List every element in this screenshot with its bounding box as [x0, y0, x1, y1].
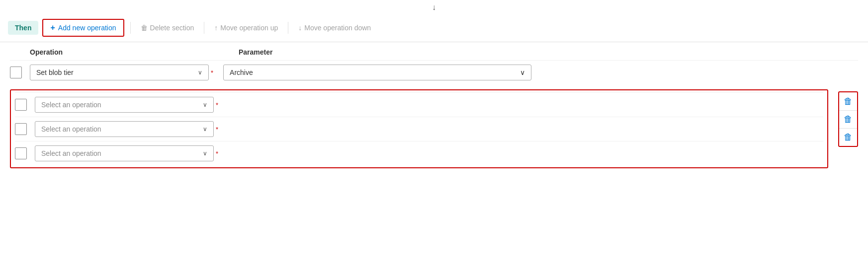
toolbar: Then + Add new operation 🗑 Delete sectio… [0, 14, 868, 42]
first-row-required-star: * [211, 69, 213, 76]
select-row-2: Select an operation ∨ * [15, 117, 823, 141]
delete-row-2-icon: 🗑 [844, 114, 853, 125]
delete-row-3-icon: 🗑 [844, 132, 853, 142]
separator-3 [288, 22, 288, 34]
column-headers: Operation Parameter [30, 48, 858, 60]
select-row-1: Select an operation ∨ * [15, 92, 823, 117]
parameter-column-header: Parameter [239, 48, 273, 56]
move-down-label: Move operation down [304, 24, 371, 32]
select-row-1-required-star: * [216, 101, 218, 109]
select-row-3-dropdown[interactable]: Select an operation ∨ [35, 145, 214, 161]
select-row-3-required-star: * [216, 150, 218, 157]
delete-section-button[interactable]: 🗑 Delete section [137, 22, 198, 34]
add-new-label: Add new operation [58, 24, 116, 32]
delete-buttons-group: 🗑 🗑 🗑 [838, 91, 858, 147]
plus-icon: + [50, 23, 55, 32]
select-row-3-checkbox[interactable] [15, 147, 27, 159]
then-badge: Then [8, 21, 38, 35]
select-operations-border: Select an operation ∨ * Select an operat… [10, 89, 828, 168]
first-row-parameter-value: Archive [230, 69, 253, 76]
first-operation-row: Set blob tier ∨ * Archive ∨ [10, 60, 858, 84]
move-down-button[interactable]: ↓ Move operation down [294, 22, 375, 34]
main-content: Operation Parameter Set blob tier ∨ * Ar… [0, 42, 868, 174]
move-up-label: Move operation up [220, 24, 278, 32]
select-row-1-placeholder: Select an operation [41, 101, 101, 109]
delete-row-2-button[interactable]: 🗑 [839, 110, 857, 128]
move-up-icon: ↑ [214, 24, 218, 32]
first-row-operation-dropdown[interactable]: Set blob tier ∨ [30, 65, 209, 80]
select-row-2-checkbox[interactable] [15, 123, 27, 135]
select-row-1-checkbox[interactable] [15, 99, 27, 111]
select-row-2-dropdown[interactable]: Select an operation ∨ [35, 121, 214, 137]
delete-section-label: Delete section [150, 24, 194, 32]
delete-row-3-button[interactable]: 🗑 [839, 128, 857, 146]
select-row-1-chevron-icon: ∨ [203, 101, 207, 108]
select-row-1-dropdown[interactable]: Select an operation ∨ [35, 97, 214, 113]
first-row-param-chevron-icon: ∨ [520, 69, 525, 76]
delete-row-1-icon: 🗑 [844, 96, 853, 107]
move-up-button[interactable]: ↑ Move operation up [210, 22, 282, 34]
operation-column-header: Operation [30, 48, 229, 56]
select-row-3: Select an operation ∨ * [15, 141, 823, 165]
select-operations-section: Select an operation ∨ * Select an operat… [10, 87, 858, 168]
add-new-operation-button[interactable]: + Add new operation [42, 19, 124, 37]
delete-section-icon: 🗑 [141, 24, 148, 32]
select-row-3-placeholder: Select an operation [41, 149, 101, 157]
first-row-operation-value: Set blob tier [36, 69, 74, 76]
select-row-2-required-star: * [216, 126, 218, 133]
top-arrow: ↓ [0, 0, 868, 14]
separator-1 [130, 22, 131, 34]
select-row-2-chevron-icon: ∨ [203, 126, 207, 133]
first-row-chevron-icon: ∨ [198, 69, 202, 76]
select-row-2-placeholder: Select an operation [41, 125, 101, 133]
first-row-checkbox[interactable] [10, 67, 22, 78]
separator-2 [204, 22, 204, 34]
first-row-parameter-dropdown[interactable]: Archive ∨ [223, 65, 531, 80]
delete-row-1-button[interactable]: 🗑 [839, 92, 857, 110]
move-down-icon: ↓ [298, 24, 302, 32]
select-row-3-chevron-icon: ∨ [203, 150, 207, 157]
